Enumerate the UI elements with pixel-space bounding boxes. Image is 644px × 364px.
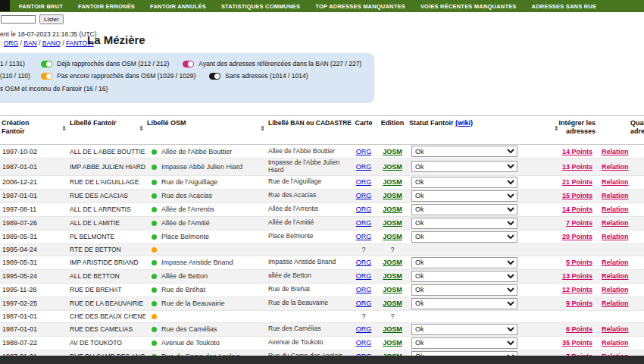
nav-item-fantoir-erron-s[interactable]: FANTOIR ERRONÉS (78, 3, 135, 10)
sort-icon-creation[interactable]: ⇕ (61, 125, 67, 132)
statut-fantoir-select[interactable]: Ok (411, 190, 517, 202)
integrate-points-link[interactable]: 14 Points (562, 206, 592, 213)
org-map-link[interactable]: ORG (356, 259, 372, 266)
integrate-points-link[interactable]: 35 Points (562, 339, 592, 347)
resource-link-bano[interactable]: BANO (42, 39, 61, 47)
resource-link-org[interactable]: ORG (4, 39, 18, 47)
statut-fantoir-select[interactable]: Ok (411, 337, 517, 349)
josm-edit-link[interactable]: JOSM (383, 219, 402, 227)
integrate-points-link[interactable]: 12 Points (562, 286, 592, 293)
nav-item-statistiques-communes[interactable]: STATISTIQUES COMMUNES (221, 3, 300, 10)
org-map-link[interactable]: ORG (356, 192, 372, 199)
josm-edit-link[interactable]: JOSM (383, 300, 402, 307)
josm-edit-link[interactable]: JOSM (383, 339, 402, 347)
statut-fantoir-select[interactable]: Ok (411, 231, 517, 243)
josm-edit-link[interactable]: JOSM (383, 163, 402, 171)
statut-fantoir-select[interactable]: Ok (411, 257, 517, 268)
wiki-link[interactable]: (wiki) (455, 119, 473, 127)
org-map-link[interactable]: ORG (356, 300, 372, 307)
header-libelle-osm[interactable]: Libellé OSM (147, 119, 186, 127)
josm-edit-link[interactable]: JOSM (383, 233, 402, 240)
org-map-link[interactable]: ORG (356, 163, 372, 171)
org-map-link[interactable]: ORG (356, 148, 372, 155)
qualite-cell (629, 230, 644, 243)
nav-item-adresses-sans-rue[interactable]: ADRESSES SANS RUE (532, 3, 597, 10)
commune-search-input[interactable] (1, 15, 36, 24)
josm-edit-link[interactable]: JOSM (383, 272, 402, 280)
header-creation-fantoir[interactable]: Création Fantoir (2, 119, 30, 136)
statut-fantoir-select[interactable]: Ok (411, 177, 517, 188)
org-map-link[interactable]: ORG (356, 178, 372, 186)
statut-fantoir-select[interactable]: Ok (411, 298, 517, 309)
josm-edit-link[interactable]: JOSM (383, 286, 402, 293)
nav-item-top-adresses-manquantes[interactable]: TOP ADRESSES MANQUANTES (315, 3, 405, 10)
integrate-points-link[interactable]: 7 Points (566, 219, 592, 227)
nav-item-voies-r-centes-manquantes[interactable]: VOIES RÉCENTES MANQUANTES (420, 3, 517, 10)
org-map-link[interactable]: ORG (356, 206, 372, 213)
home-logo[interactable] (0, 0, 10, 11)
header-libelle-fantoir[interactable]: Libellé Fantoir (70, 119, 117, 127)
sort-icon-libelle-osm[interactable]: ⇕ (260, 125, 265, 132)
statut-fantoir-select[interactable]: Ok (411, 271, 517, 282)
relation-link[interactable]: Relation (602, 178, 629, 186)
integrate-points-link[interactable]: 5 Points (566, 259, 592, 266)
org-map-link[interactable]: ORG (356, 272, 372, 280)
relation-link[interactable]: Relation (602, 163, 629, 171)
josm-edit-link[interactable]: JOSM (383, 148, 402, 155)
josm-edit-link[interactable]: JOSM (383, 206, 402, 213)
statut-cell: Ok (408, 269, 553, 283)
statut-fantoir-select[interactable]: Ok (411, 146, 517, 157)
josm-edit-link[interactable]: JOSM (383, 259, 402, 266)
libelle-osm-cell: Avenue de Toukoto (145, 336, 267, 350)
toggle-no-addresses[interactable] (209, 73, 220, 80)
relation-link[interactable]: Relation (602, 286, 629, 293)
libelle-osm-cell (145, 310, 267, 322)
relation-link[interactable]: Relation (602, 339, 629, 347)
nav-item-fantoir-annul-s[interactable]: FANTOIR ANNULÉS (150, 3, 206, 10)
integrate-points-link[interactable]: 21 Points (562, 178, 592, 186)
statut-fantoir-select[interactable]: Ok (411, 218, 517, 229)
toggle-matched-osm[interactable] (41, 61, 52, 67)
relation-link[interactable]: Relation (602, 192, 629, 199)
integrate-points-link[interactable]: 13 Points (562, 272, 592, 280)
integrate-points-link[interactable]: 15 Points (562, 192, 592, 199)
toggle-ban-referenced[interactable] (183, 61, 194, 67)
table-row: 1997-10-02ALL DE L ABBE BOUTTIERAllée de… (0, 145, 644, 158)
sort-icon-integrer[interactable]: ⇕ (554, 125, 559, 132)
integrate-points-link[interactable]: 14 Points (562, 148, 592, 155)
lister-button[interactable]: Lister (39, 14, 64, 24)
resource-link-ban[interactable]: BAN (23, 39, 36, 47)
sort-icon-libelle-fantoir[interactable]: ⇕ (139, 125, 144, 132)
statut-fantoir-select[interactable]: Ok (411, 161, 517, 172)
statut-fantoir-select[interactable]: Ok (411, 324, 517, 335)
statut-fantoir-select[interactable]: Ok (411, 284, 517, 296)
nav-item-fantoir-brut[interactable]: FANTOIR BRUT (19, 3, 63, 10)
libelle-fantoir-cell: IMP ARISTIDE BRIAND (68, 256, 145, 269)
org-map-link[interactable]: ORG (356, 325, 372, 333)
integrate-points-link[interactable]: 6 Points (566, 325, 592, 333)
integrate-points-link[interactable]: 9 Points (566, 300, 592, 307)
josm-edit-link[interactable]: JOSM (383, 325, 402, 333)
integrate-points-link[interactable]: 20 Points (562, 233, 592, 240)
carte-cell: ORG (350, 256, 377, 269)
relation-link[interactable]: Relation (602, 325, 629, 333)
org-map-link[interactable]: ORG (356, 286, 372, 293)
relation-link[interactable]: Relation (602, 233, 629, 240)
integrate-points-link[interactable]: 13 Points (562, 163, 592, 171)
relation-link[interactable]: Relation (602, 219, 629, 227)
relation-link[interactable]: Relation (602, 259, 629, 266)
org-map-link[interactable]: ORG (356, 219, 372, 227)
statut-cell: Ok (408, 283, 553, 297)
relation-link[interactable]: Relation (602, 206, 629, 213)
josm-edit-link[interactable]: JOSM (383, 178, 402, 186)
matched-status-dot (152, 287, 157, 293)
relation-link[interactable]: Relation (602, 148, 629, 155)
relation-link[interactable]: Relation (602, 300, 629, 307)
relation-link[interactable]: Relation (602, 272, 629, 280)
statut-fantoir-select[interactable]: Ok (411, 204, 517, 215)
org-map-link[interactable]: ORG (356, 233, 372, 240)
josm-edit-link[interactable]: JOSM (383, 192, 402, 199)
org-map-link[interactable]: ORG (356, 339, 372, 347)
header-carte: Carte (355, 119, 372, 127)
toggle-unmatched-osm[interactable] (41, 73, 52, 80)
